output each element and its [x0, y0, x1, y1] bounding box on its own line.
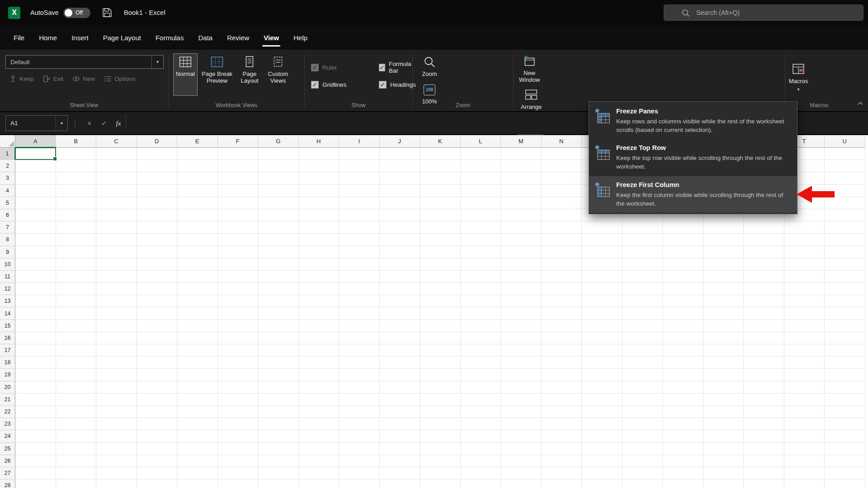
cell-P28[interactable]	[623, 479, 663, 488]
cell-G9[interactable]	[258, 246, 299, 258]
cell-I16[interactable]	[339, 332, 380, 344]
cell-G2[interactable]	[258, 160, 299, 172]
cell-C1[interactable]	[96, 148, 137, 160]
cell-C8[interactable]	[96, 234, 137, 246]
cell-N27[interactable]	[542, 467, 582, 479]
cell-L27[interactable]	[461, 467, 501, 479]
cell-I22[interactable]	[339, 406, 380, 418]
menu-tab-file[interactable]: File	[6, 25, 32, 50]
cell-D27[interactable]	[137, 467, 178, 479]
cell-L9[interactable]	[461, 246, 501, 258]
cell-I24[interactable]	[339, 430, 380, 442]
column-header-L[interactable]: L	[461, 135, 501, 148]
cell-P8[interactable]	[623, 234, 663, 246]
cell-C2[interactable]	[96, 160, 137, 172]
cell-M14[interactable]	[501, 307, 542, 319]
cell-N28[interactable]	[542, 479, 582, 488]
column-header-G[interactable]: G	[258, 135, 299, 148]
cell-C18[interactable]	[96, 357, 137, 369]
cell-M25[interactable]	[501, 443, 542, 455]
cell-S14[interactable]	[744, 307, 784, 319]
cell-R26[interactable]	[703, 455, 744, 467]
cell-A4[interactable]	[15, 185, 56, 197]
cell-E20[interactable]	[177, 381, 218, 394]
exit-button[interactable]: Exit	[43, 75, 64, 83]
cell-M15[interactable]	[501, 320, 542, 332]
cell-G7[interactable]	[258, 221, 299, 234]
cell-D8[interactable]	[137, 234, 178, 246]
cell-T22[interactable]	[784, 406, 825, 418]
menu-item-freeze-panes[interactable]: Freeze Panes Keep rows and columns visib…	[589, 103, 797, 139]
cell-F21[interactable]	[218, 394, 259, 406]
column-header-E[interactable]: E	[177, 135, 218, 148]
cell-H27[interactable]	[299, 467, 340, 479]
cell-B20[interactable]	[56, 381, 97, 394]
cell-E7[interactable]	[177, 221, 218, 234]
cell-R7[interactable]	[703, 221, 744, 234]
cell-E2[interactable]	[177, 160, 218, 172]
column-header-K[interactable]: K	[420, 135, 461, 148]
cell-J22[interactable]	[380, 406, 420, 418]
cell-E11[interactable]	[177, 271, 218, 283]
menu-tab-page-layout[interactable]: Page Layout	[96, 25, 148, 50]
cell-H10[interactable]	[299, 258, 340, 271]
cell-C15[interactable]	[96, 320, 137, 332]
cell-G28[interactable]	[258, 479, 299, 488]
cell-B14[interactable]	[56, 307, 97, 319]
cell-P23[interactable]	[623, 418, 663, 430]
cell-F18[interactable]	[218, 357, 259, 369]
page-layout-view-button[interactable]: Page Layout	[236, 53, 263, 96]
cell-O19[interactable]	[582, 369, 623, 381]
cell-U22[interactable]	[825, 406, 865, 418]
cell-T10[interactable]	[784, 258, 825, 271]
row-header-15[interactable]: 15	[0, 320, 15, 332]
cell-U2[interactable]	[825, 160, 865, 172]
cell-D26[interactable]	[137, 455, 178, 467]
cell-B12[interactable]	[56, 283, 97, 295]
cell-U9[interactable]	[825, 246, 865, 258]
cell-Q13[interactable]	[663, 295, 703, 307]
cell-B19[interactable]	[56, 369, 97, 381]
column-header-B[interactable]: B	[56, 135, 97, 148]
cell-D28[interactable]	[137, 479, 178, 488]
column-header-U[interactable]: U	[825, 135, 865, 148]
cell-K6[interactable]	[420, 209, 461, 221]
cell-P14[interactable]	[623, 307, 663, 319]
cell-G27[interactable]	[258, 467, 299, 479]
cell-E23[interactable]	[177, 418, 218, 430]
cell-I23[interactable]	[339, 418, 380, 430]
cell-E17[interactable]	[177, 344, 218, 357]
menu-tab-view[interactable]: View	[256, 25, 286, 50]
cell-I20[interactable]	[339, 381, 380, 394]
cell-M17[interactable]	[501, 344, 542, 357]
custom-views-button[interactable]: Custom Views	[264, 53, 292, 96]
sheet-view-dropdown[interactable]: Default ▾	[5, 55, 164, 69]
cell-A17[interactable]	[15, 344, 56, 357]
cell-H8[interactable]	[299, 234, 340, 246]
cell-I9[interactable]	[339, 246, 380, 258]
cell-Q27[interactable]	[663, 467, 703, 479]
cell-B17[interactable]	[56, 344, 97, 357]
cell-O15[interactable]	[582, 320, 623, 332]
cell-N15[interactable]	[542, 320, 582, 332]
row-header-16[interactable]: 16	[0, 332, 15, 344]
cell-D4[interactable]	[137, 185, 178, 197]
cell-E1[interactable]	[177, 148, 218, 160]
cell-F14[interactable]	[218, 307, 259, 319]
cell-E8[interactable]	[177, 234, 218, 246]
cell-L28[interactable]	[461, 479, 501, 488]
new-window-button[interactable]: New Window	[517, 52, 542, 86]
cell-Q16[interactable]	[663, 332, 703, 344]
cell-F3[interactable]	[218, 172, 259, 184]
cell-E22[interactable]	[177, 406, 218, 418]
autosave-toggle[interactable]: Off	[63, 8, 90, 18]
cell-S28[interactable]	[744, 479, 784, 488]
cell-F5[interactable]	[218, 197, 259, 209]
cell-C6[interactable]	[96, 209, 137, 221]
row-header-22[interactable]: 22	[0, 406, 15, 418]
cell-H28[interactable]	[299, 479, 340, 488]
cell-R24[interactable]	[703, 430, 744, 442]
cell-A23[interactable]	[15, 418, 56, 430]
cell-I19[interactable]	[339, 369, 380, 381]
menu-tab-help[interactable]: Help	[286, 25, 315, 50]
